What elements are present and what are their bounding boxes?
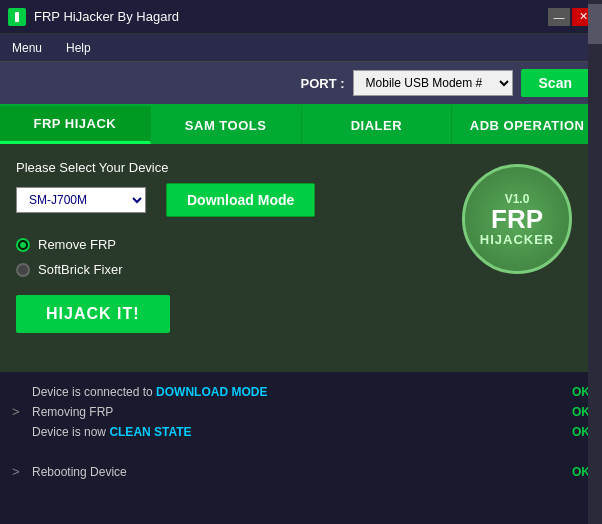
log-text: Removing FRP <box>32 402 566 422</box>
port-label: PORT : <box>300 76 344 91</box>
tab-adb-operation[interactable]: ADB OPERATION <box>452 106 602 144</box>
menu-item-menu[interactable]: Menu <box>8 39 46 57</box>
log-highlight: DOWNLOAD MODE <box>156 385 267 399</box>
option-remove-frp-label: Remove FRP <box>38 237 116 252</box>
log-text-before: Device is connected to <box>32 385 156 399</box>
log-line: > Removing FRP OK <box>12 402 590 422</box>
log-wrapper: Device is connected to DOWNLOAD MODE OK … <box>0 374 602 522</box>
port-bar: PORT : Mobile USB Modem # Scan <box>0 62 602 106</box>
device-select[interactable]: SM-J700M <box>16 187 146 213</box>
log-prompt: > <box>12 462 26 482</box>
log-text: Device is connected to DOWNLOAD MODE <box>32 382 566 402</box>
download-mode-button[interactable]: Download Mode <box>166 183 315 217</box>
log-area: Device is connected to DOWNLOAD MODE OK … <box>0 374 602 522</box>
frp-sub-text: HIJACKER <box>480 232 554 247</box>
option-softbrick-label: SoftBrick Fixer <box>38 262 123 277</box>
title-bar: FRP HiJacker By Hagard — ✕ <box>0 0 602 34</box>
minimize-button[interactable]: — <box>548 8 570 26</box>
log-prompt: > <box>12 402 26 422</box>
log-text-before: Device is now <box>32 425 109 439</box>
log-line: Device is now CLEAN STATE OK <box>12 422 590 442</box>
port-select[interactable]: Mobile USB Modem # <box>353 70 513 96</box>
log-text: Rebooting Device <box>32 462 566 482</box>
tab-dialer[interactable]: DIALER <box>302 106 453 144</box>
scan-button[interactable]: Scan <box>521 69 590 97</box>
scrollbar-thumb[interactable] <box>588 4 602 44</box>
log-text: Device is now CLEAN STATE <box>32 422 566 442</box>
tab-sam-tools[interactable]: SAM TOOLS <box>151 106 302 144</box>
frp-logo-text: FRP <box>491 206 543 232</box>
log-text <box>32 442 590 462</box>
app-icon <box>8 8 26 26</box>
radio-softbrick[interactable] <box>16 263 30 277</box>
main-content: Please Select Your Device SM-J700M Downl… <box>0 144 602 374</box>
radio-remove-frp[interactable] <box>16 238 30 252</box>
tab-bar: FRP HIJACK SAM TOOLS DIALER ADB OPERATIO… <box>0 106 602 144</box>
scrollbar-track[interactable] <box>588 0 602 524</box>
tab-frp-hijack[interactable]: FRP HIJACK <box>0 106 151 144</box>
menu-bar: Menu Help <box>0 34 602 62</box>
log-prompt <box>12 442 26 462</box>
frp-circle: V1.0 FRP HIJACKER <box>462 164 572 274</box>
log-prompt <box>12 422 26 442</box>
log-text-after <box>271 385 278 399</box>
menu-item-help[interactable]: Help <box>62 39 95 57</box>
hijack-button[interactable]: HIJACK IT! <box>16 295 170 333</box>
log-prompt <box>12 382 26 402</box>
log-line: Device is connected to DOWNLOAD MODE OK <box>12 382 590 402</box>
app-title: FRP HiJacker By Hagard <box>34 9 548 24</box>
log-highlight: CLEAN STATE <box>109 425 191 439</box>
log-line: > Rebooting Device OK <box>12 462 590 482</box>
log-line <box>12 442 590 462</box>
